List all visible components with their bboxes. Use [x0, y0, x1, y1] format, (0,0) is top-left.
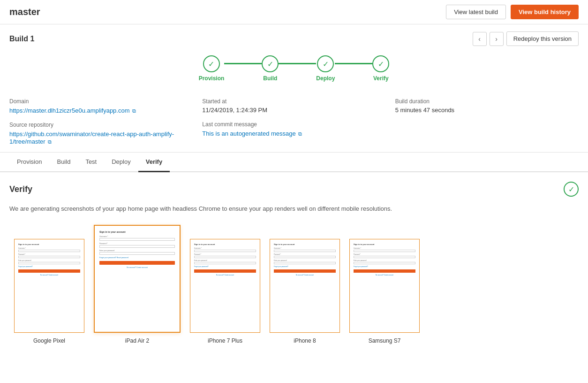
tab-verify[interactable]: Verify — [138, 153, 170, 172]
view-build-history-button[interactable]: View build history — [511, 5, 579, 19]
verify-description: We are generating screenshots of your ap… — [9, 204, 579, 214]
screenshot-frame-iphone-7-plus: Sign in to your account Username * Passw… — [190, 239, 260, 333]
build-check-icon: ✓ — [262, 55, 279, 72]
screenshot-samsung-s7[interactable]: Sign in to your account Username * Passw… — [349, 239, 420, 344]
build-duration-label: Build duration — [395, 98, 579, 105]
verify-header: Verify ✓ — [9, 182, 579, 197]
started-at-label: Started at — [202, 98, 385, 105]
page-title: master — [9, 7, 40, 17]
tab-test[interactable]: Test — [78, 153, 104, 172]
redeploy-button[interactable]: Redeploy this version — [506, 31, 579, 46]
build-header: Build 1 ‹ › Redeploy this version — [9, 31, 579, 46]
pipeline-line-3 — [335, 63, 372, 64]
screenshot-label-iphone-8: iPhone 8 — [294, 337, 316, 344]
pipeline: ✓ Provision ✓ Build ✓ Deploy ✓ Verify — [9, 55, 579, 82]
build-nav: ‹ › Redeploy this version — [473, 31, 579, 46]
external-link-icon-3: ⧉ — [298, 131, 302, 137]
screenshot-label-samsung-s7: Samsung S7 — [369, 337, 401, 344]
screenshot-google-pixel[interactable]: Sign in to your account Username * Passw… — [14, 239, 84, 344]
prev-build-button[interactable]: ‹ — [473, 32, 487, 46]
external-link-icon: ⧉ — [132, 108, 136, 114]
pipeline-step-build: ✓ Build — [262, 55, 279, 82]
build-label: Build — [263, 75, 277, 82]
domain-link[interactable]: https://master.dlh1ziczr5e0u.amplifyapp.… — [9, 107, 136, 114]
external-link-icon-2: ⧉ — [48, 139, 52, 145]
pipeline-step-deploy: ✓ Deploy — [316, 55, 335, 82]
screenshot-frame-ipad-air-2: Sign in to your account Username * Passw… — [94, 225, 181, 333]
pipeline-line-1 — [224, 63, 262, 64]
provision-label: Provision — [199, 75, 225, 82]
meta-started: Started at 11/24/2019, 1:24:39 PM Last c… — [202, 98, 385, 145]
domain-label: Domain — [9, 98, 193, 105]
tabs-bar: Provision Build Test Deploy Verify — [0, 153, 588, 172]
verify-success-icon: ✓ — [564, 182, 579, 197]
last-commit-label: Last commit message — [202, 121, 385, 128]
pipeline-line-2 — [279, 63, 316, 64]
tab-provision[interactable]: Provision — [9, 153, 49, 172]
view-latest-build-button[interactable]: View latest build — [446, 5, 506, 19]
pipeline-step-provision: ✓ Provision — [199, 55, 225, 82]
screenshots-row: Sign in to your account Username * Passw… — [9, 225, 579, 344]
screenshot-label-ipad-air-2: iPad Air 2 — [125, 337, 149, 344]
deploy-label: Deploy — [316, 75, 335, 82]
verify-check-icon: ✓ — [372, 55, 389, 72]
verify-title: Verify — [9, 184, 32, 194]
top-header: master View latest build View build hist… — [0, 0, 588, 24]
screenshot-label-google-pixel: Google Pixel — [33, 337, 65, 344]
build-section: Build 1 ‹ › Redeploy this version ✓ Prov… — [0, 24, 588, 153]
deploy-check-icon: ✓ — [317, 55, 334, 72]
source-repo-link[interactable]: https://github.com/swaminator/create-rea… — [9, 130, 174, 145]
screenshot-iphone-7-plus[interactable]: Sign in to your account Username * Passw… — [190, 239, 260, 344]
meta-duration: Build duration 5 minutes 47 seconds — [395, 98, 579, 145]
meta-domain: Domain https://master.dlh1ziczr5e0u.ampl… — [9, 98, 193, 145]
verify-pipeline-label: Verify — [373, 75, 389, 82]
tab-deploy[interactable]: Deploy — [104, 153, 138, 172]
verify-section: Verify ✓ We are generating screenshots o… — [0, 172, 588, 383]
provision-check-icon: ✓ — [203, 55, 220, 72]
source-repo-label: Source repository — [9, 122, 193, 128]
screenshot-frame-samsung-s7: Sign in to your account Username * Passw… — [349, 239, 420, 333]
screenshot-frame-iphone-8: Sign in to your account Username * Passw… — [270, 239, 340, 333]
screenshot-label-iphone-7-plus: iPhone 7 Plus — [208, 337, 242, 344]
pipeline-step-verify: ✓ Verify — [372, 55, 389, 82]
screenshot-ipad-air-2[interactable]: Sign in to your account Username * Passw… — [94, 225, 181, 344]
build-meta: Domain https://master.dlh1ziczr5e0u.ampl… — [9, 93, 579, 145]
screenshot-frame-google-pixel: Sign in to your account Username * Passw… — [14, 239, 84, 333]
screenshot-iphone-8[interactable]: Sign in to your account Username * Passw… — [270, 239, 340, 344]
tab-build[interactable]: Build — [49, 153, 78, 172]
started-at-value: 11/24/2019, 1:24:39 PM — [202, 107, 385, 114]
last-commit-link[interactable]: This is an autogenerated message ⧉ — [202, 130, 302, 137]
build-duration-value: 5 minutes 47 seconds — [395, 107, 579, 114]
header-actions: View latest build View build history — [446, 5, 579, 19]
next-build-button[interactable]: › — [490, 32, 504, 46]
build-title: Build 1 — [9, 35, 34, 43]
